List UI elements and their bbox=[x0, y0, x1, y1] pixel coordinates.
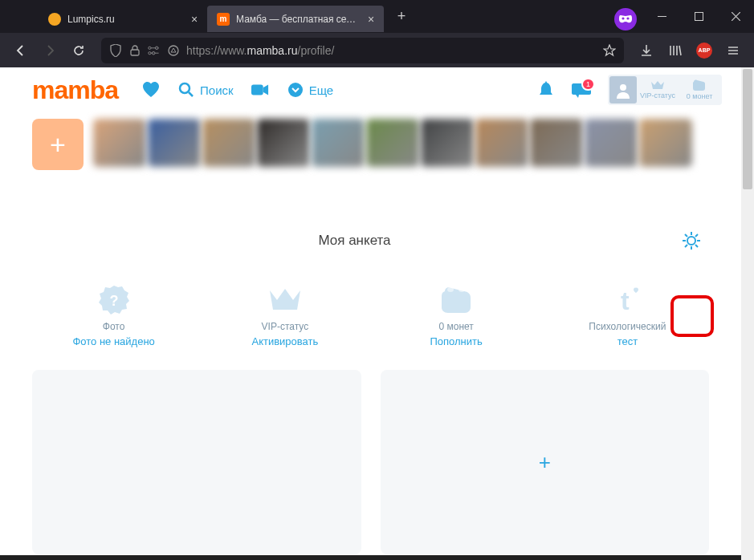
svg-rect-11 bbox=[251, 85, 263, 95]
bookmark-star-icon[interactable] bbox=[603, 44, 616, 57]
page-title: Моя анкета bbox=[32, 233, 677, 249]
chevron-down-circle-icon bbox=[287, 81, 304, 99]
photo-thumb[interactable] bbox=[366, 119, 419, 167]
nav-video[interactable] bbox=[245, 75, 275, 104]
search-icon bbox=[177, 81, 195, 99]
nav-more[interactable]: Еще bbox=[280, 75, 340, 104]
browser-tab-1[interactable]: m Мамба — бесплатная сеть зна × bbox=[207, 6, 384, 32]
url-text: https://www.mamba.ru/profile/ bbox=[186, 44, 597, 57]
photo-thumb[interactable] bbox=[312, 119, 365, 167]
shield-icon[interactable] bbox=[109, 44, 122, 57]
close-icon[interactable]: × bbox=[365, 13, 377, 26]
extension-mask-icon[interactable] bbox=[614, 8, 637, 30]
photo-thumb[interactable] bbox=[639, 119, 692, 167]
user-menu[interactable]: VIP-статус 0 монет bbox=[608, 75, 722, 105]
photo-thumb[interactable] bbox=[475, 119, 528, 167]
svg-point-10 bbox=[180, 83, 190, 93]
svg-point-16 bbox=[447, 287, 454, 292]
maximize-button[interactable] bbox=[680, 0, 717, 33]
minimize-button[interactable] bbox=[643, 0, 680, 33]
svg-point-6 bbox=[149, 51, 151, 54]
photo-thumb[interactable] bbox=[421, 119, 474, 167]
card-test-label: Психологический bbox=[589, 321, 666, 332]
panel-right[interactable]: + bbox=[381, 370, 710, 554]
avatar bbox=[609, 76, 637, 103]
nav-like[interactable] bbox=[136, 75, 166, 104]
wallet-large-icon bbox=[438, 282, 474, 318]
forward-button[interactable] bbox=[37, 38, 63, 63]
photo-thumb[interactable] bbox=[257, 119, 310, 167]
site-header: mamba Поиск Еще 1 bbox=[0, 67, 741, 112]
crown-large-icon bbox=[267, 282, 303, 318]
browser-toolbar: https://www.mamba.ru/profile/ ABP bbox=[0, 33, 754, 67]
library-button[interactable] bbox=[662, 38, 688, 63]
svg-text:t: t bbox=[621, 286, 630, 314]
svg-point-8 bbox=[152, 51, 155, 55]
svg-rect-2 bbox=[658, 16, 666, 17]
new-tab-button[interactable]: + bbox=[390, 6, 413, 28]
card-vip-action[interactable]: Активировать bbox=[251, 335, 318, 347]
content-panels: + bbox=[0, 370, 741, 554]
downloads-button[interactable] bbox=[634, 38, 659, 63]
svg-rect-4 bbox=[131, 50, 139, 55]
svg-point-12 bbox=[288, 83, 303, 97]
favicon-mamba: m bbox=[217, 13, 230, 26]
svg-point-9 bbox=[169, 46, 178, 55]
svg-point-17 bbox=[459, 287, 465, 292]
vip-chip[interactable]: VIP-статус bbox=[637, 80, 679, 99]
photo-thumb[interactable] bbox=[585, 119, 638, 167]
question-badge-icon: ? bbox=[96, 282, 132, 318]
svg-point-5 bbox=[149, 47, 151, 49]
card-coins-action[interactable]: Пополнить bbox=[430, 335, 482, 347]
heart-icon bbox=[142, 81, 160, 99]
photo-strip: + bbox=[0, 112, 741, 186]
photo-thumb[interactable] bbox=[93, 119, 146, 167]
svg-point-1 bbox=[626, 17, 629, 19]
wallet-icon bbox=[692, 79, 707, 91]
bell-icon[interactable] bbox=[536, 79, 556, 100]
card-test-action[interactable]: тест bbox=[617, 335, 638, 347]
window-controls bbox=[643, 0, 754, 33]
settings-button[interactable] bbox=[677, 226, 706, 255]
nav-search[interactable]: Поиск bbox=[171, 75, 240, 104]
card-coins: 0 монет Пополнить bbox=[375, 282, 538, 347]
messages-icon[interactable]: 1 bbox=[571, 79, 592, 100]
reload-button[interactable] bbox=[66, 38, 92, 63]
add-photo-button[interactable]: + bbox=[32, 119, 84, 170]
profile-cards: ? Фото Фото не найдено VIP-статус Активи… bbox=[0, 274, 741, 370]
permissions-icon[interactable] bbox=[148, 44, 161, 57]
lock-icon[interactable] bbox=[128, 44, 141, 57]
tab-title-1: Мамба — бесплатная сеть зна bbox=[236, 14, 358, 25]
card-vip-label: VIP-статус bbox=[262, 321, 309, 332]
site-logo[interactable]: mamba bbox=[32, 75, 118, 105]
video-icon bbox=[251, 81, 269, 99]
vertical-scrollbar[interactable] bbox=[741, 67, 754, 560]
photo-thumb[interactable] bbox=[530, 119, 583, 167]
svg-point-0 bbox=[622, 17, 624, 19]
abp-button[interactable]: ABP bbox=[691, 38, 717, 63]
menu-button[interactable] bbox=[720, 38, 746, 63]
photo-thumb[interactable] bbox=[148, 119, 201, 167]
nav-search-label: Поиск bbox=[200, 83, 234, 97]
photo-thumb[interactable] bbox=[202, 119, 255, 167]
card-photo-action[interactable]: Фото не найдено bbox=[72, 335, 154, 347]
browser-titlebar: Lumpics.ru × m Мамба — бесплатная сеть з… bbox=[0, 0, 754, 33]
close-icon[interactable]: × bbox=[188, 13, 201, 26]
card-coins-label: 0 монет bbox=[438, 321, 473, 332]
info-icon[interactable] bbox=[167, 44, 180, 57]
panel-left[interactable] bbox=[32, 370, 361, 554]
back-button[interactable] bbox=[8, 38, 34, 63]
notification-badge: 1 bbox=[581, 78, 595, 91]
crown-icon bbox=[650, 80, 665, 90]
nav-more-label: Еще bbox=[309, 83, 334, 97]
svg-point-7 bbox=[155, 47, 158, 50]
test-icon: t bbox=[609, 282, 645, 318]
address-bar[interactable]: https://www.mamba.ru/profile/ bbox=[101, 38, 624, 63]
scrollbar-thumb[interactable] bbox=[743, 69, 752, 189]
coins-chip[interactable]: 0 монет bbox=[679, 79, 720, 100]
svg-text:?: ? bbox=[109, 293, 118, 309]
close-window-button[interactable] bbox=[717, 0, 754, 33]
browser-tab-0[interactable]: Lumpics.ru × bbox=[39, 6, 207, 32]
svg-point-14 bbox=[687, 237, 695, 245]
plus-icon: + bbox=[539, 450, 551, 475]
